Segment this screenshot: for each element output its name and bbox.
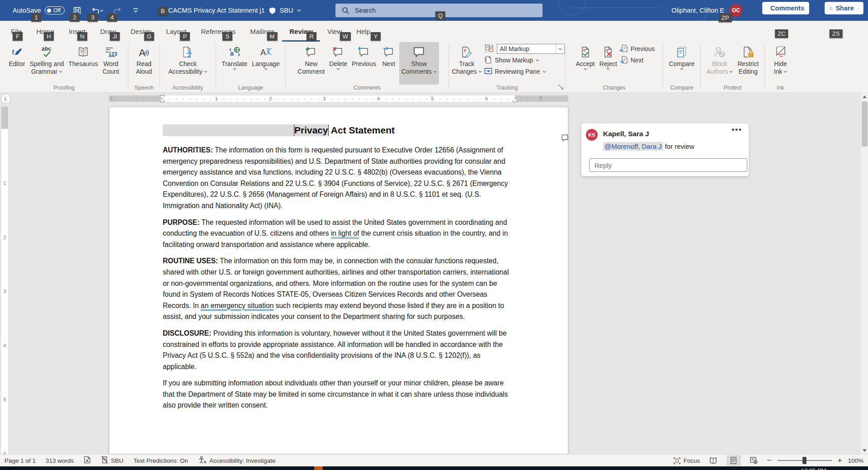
- zoom-slider-handle[interactable]: [802, 457, 807, 464]
- ruler-number: 2: [268, 96, 273, 101]
- keytip-tab-N: N: [77, 32, 87, 41]
- reply-placeholder: Reply: [594, 161, 612, 169]
- accessibility-status[interactable]: Accessibility: Investigate: [198, 456, 275, 465]
- paragraph[interactable]: ROUTINE USES: The information on this fo…: [163, 256, 514, 323]
- comment-reply-input[interactable]: Reply: [589, 158, 747, 172]
- next-comment-icon: [382, 44, 396, 60]
- paragraph[interactable]: DISCLOSURE: Providing this information i…: [163, 328, 514, 372]
- language-label: Language: [252, 60, 279, 68]
- ribbon-button-thesaurus[interactable]: Thesaurus: [66, 42, 100, 85]
- ribbon-button-restrict-editing[interactable]: RestrictEditing: [735, 42, 761, 85]
- comment-card[interactable]: KS Kapell, Sara J ••• @Morenoff, Dara J …: [581, 123, 749, 176]
- ribbon-button-compare[interactable]: Compare: [667, 42, 697, 85]
- user-name: Oliphant, Clifton E: [671, 7, 724, 14]
- scrollbar-thumb[interactable]: [862, 101, 868, 147]
- paragraph[interactable]: If you are submitting information about …: [163, 378, 514, 411]
- editor-icon: [10, 44, 24, 60]
- spelling-and-grammar-label-2: Grammar: [31, 68, 62, 76]
- ribbon-button-show-comments[interactable]: ShowComments: [399, 42, 439, 85]
- ribbon-button-check-accessibility[interactable]: CheckAccessibility: [166, 42, 209, 85]
- taskbar-app-indicator: [314, 466, 323, 470]
- markup-select-dropdown-button[interactable]: [556, 44, 564, 53]
- ribbon-button-hide-ink[interactable]: HideInk: [770, 42, 791, 85]
- comments-panel-button[interactable]: Comments: [762, 2, 809, 14]
- comments-button-label: Comments: [770, 5, 804, 12]
- tab-references[interactable]: References: [193, 21, 243, 42]
- tab-stop-selector[interactable]: L: [1, 94, 10, 103]
- scroll-up-button[interactable]: [861, 93, 868, 100]
- ribbon-button-language[interactable]: ALanguage: [250, 42, 282, 85]
- ribbon-button-accept[interactable]: Accept: [574, 42, 597, 85]
- print-layout-button[interactable]: [726, 455, 741, 466]
- document-title-line[interactable]: Privacy Act Statement: [163, 123, 514, 137]
- dialog-launcher-tracking[interactable]: [558, 85, 563, 91]
- document-title-text[interactable]: Act Statement: [329, 124, 395, 136]
- vertical-ruler[interactable]: 123456: [1, 107, 8, 454]
- ribbon-button-next-comment[interactable]: Next: [378, 42, 399, 85]
- scroll-down-button[interactable]: [861, 446, 868, 454]
- sensitivity-label[interactable]: SBU: [101, 456, 123, 465]
- comment-more-actions-button[interactable]: •••: [731, 125, 742, 134]
- ribbon-button-next-change[interactable]: Next: [619, 55, 655, 65]
- selected-word[interactable]: Privacy: [294, 124, 329, 136]
- document-identity[interactable]: CACMS Privacy Act Statement j1 SBU: [168, 0, 301, 21]
- ribbon-button-delete-comment[interactable]: Delete: [327, 42, 349, 85]
- read-mode-button[interactable]: [706, 455, 721, 466]
- accept-icon: [579, 44, 592, 60]
- account-area[interactable]: Oliphant, Clifton E OC: [671, 0, 742, 21]
- comment-anchor-icon[interactable]: [534, 123, 569, 155]
- text-predictions[interactable]: Text Predictions: On: [133, 457, 188, 464]
- keytip-tab-JI: JI: [110, 32, 120, 41]
- share-button[interactable]: Share: [825, 2, 863, 14]
- ribbon-button-editor[interactable]: Editor: [6, 42, 27, 85]
- zoom-level[interactable]: 100%: [848, 457, 863, 464]
- zoom-slider[interactable]: [778, 460, 832, 461]
- group-label-compare: Compare: [663, 85, 700, 92]
- ribbon-button-new-comment[interactable]: NewComment: [295, 42, 327, 85]
- next-change-label: Next: [631, 57, 643, 64]
- document-page[interactable]: Privacy Act Statement AUTHORITIES: The i…: [109, 107, 568, 454]
- ribbon-button-spelling-and-grammar[interactable]: abcSpelling andGrammar: [28, 42, 66, 85]
- customize-qat-button[interactable]: [130, 5, 142, 16]
- ribbon-button-translate[interactable]: aTranslate: [219, 42, 250, 85]
- autosave-state: Off: [53, 7, 61, 14]
- accessibility-status-label: Accessibility: Investigate: [209, 457, 275, 464]
- accept-label-2: [584, 68, 587, 70]
- document-paragraphs[interactable]: AUTHORITIES: The information on this for…: [163, 145, 514, 411]
- compare-label: Compare: [669, 60, 695, 68]
- zoom-out-button[interactable]: −: [767, 458, 772, 463]
- ribbon-button-block-authors[interactable]: BlockAuthors: [704, 42, 736, 85]
- markup-select-combo[interactable]: All Markup: [497, 44, 565, 54]
- zoom-in-button[interactable]: +: [838, 458, 842, 463]
- ribbon-button-track-changes[interactable]: TrackChanges: [449, 42, 484, 85]
- keytip-qat-1: 1: [31, 13, 41, 22]
- ruler-margin-number: 1: [109, 96, 114, 101]
- ruler-number: 5: [2, 397, 8, 402]
- sensitivity-label[interactable]: SBU: [280, 7, 293, 14]
- document-workspace: L 12345671 123456 Privacy Act Statement …: [0, 93, 868, 454]
- page-indicator[interactable]: Page 1 of 1: [5, 457, 36, 464]
- vertical-scrollbar[interactable]: [860, 93, 868, 454]
- keytip-tab-R: R: [307, 32, 316, 41]
- ribbon-button-previous-change[interactable]: Previous: [619, 44, 655, 54]
- group-label-accessibility: Accessibility: [160, 85, 216, 92]
- word-count[interactable]: 313 words: [46, 457, 74, 464]
- autosave-pill[interactable]: Off: [45, 6, 65, 14]
- paragraph[interactable]: PURPOSE: The requested information will …: [163, 217, 514, 251]
- horizontal-ruler[interactable]: 12345671: [109, 95, 568, 102]
- mention-chip[interactable]: @Morenoff, Dara J: [603, 142, 663, 151]
- ribbon-button-previous-comment[interactable]: Previous: [349, 42, 378, 85]
- triangle-down-icon: [863, 449, 867, 452]
- focus-mode-button[interactable]: Focus: [673, 457, 700, 465]
- text-predictions-label: Text Predictions: On: [133, 457, 188, 464]
- ribbon-button-reviewing-pane[interactable]: Reviewing Pane: [484, 66, 565, 76]
- web-layout-button[interactable]: [747, 455, 761, 466]
- ribbon-button-show-markup[interactable]: Show Markup: [484, 55, 565, 65]
- paragraph[interactable]: AUTHORITIES: The information on this for…: [163, 145, 514, 212]
- ribbon-button-reject[interactable]: Reject: [597, 42, 619, 85]
- ribbon-button-read-aloud[interactable]: AReadAloud: [134, 42, 155, 85]
- proofing-errors[interactable]: [84, 456, 91, 465]
- ribbon-button-word-count[interactable]: 123WordCount: [100, 42, 122, 85]
- keytip-tab-Y: Y: [371, 32, 381, 41]
- keytip-tab-F: F: [13, 32, 23, 41]
